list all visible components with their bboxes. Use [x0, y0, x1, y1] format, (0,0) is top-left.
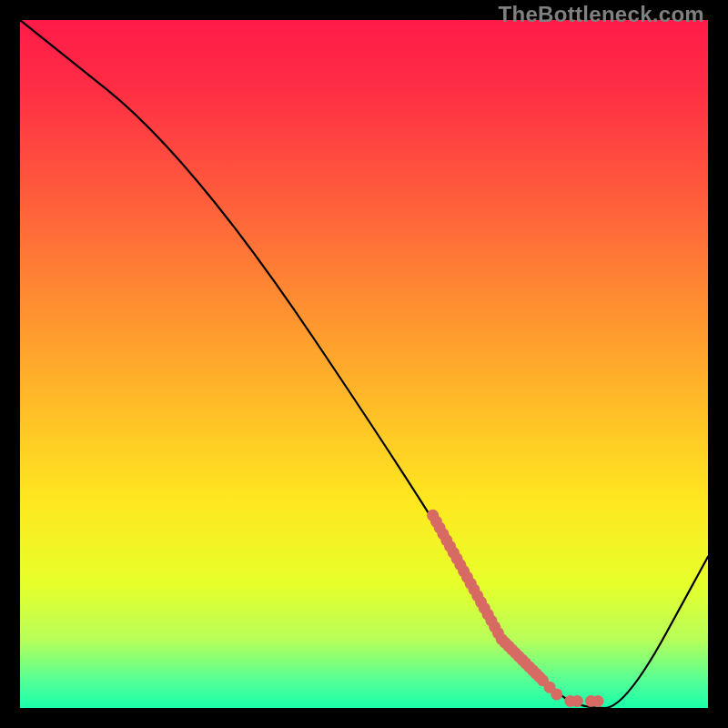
marker-dot	[592, 695, 604, 707]
chart-plot	[20, 20, 708, 708]
marker-dot	[571, 695, 583, 707]
chart-svg	[20, 20, 708, 708]
marker-dot	[551, 688, 562, 700]
gradient-background	[20, 20, 708, 708]
